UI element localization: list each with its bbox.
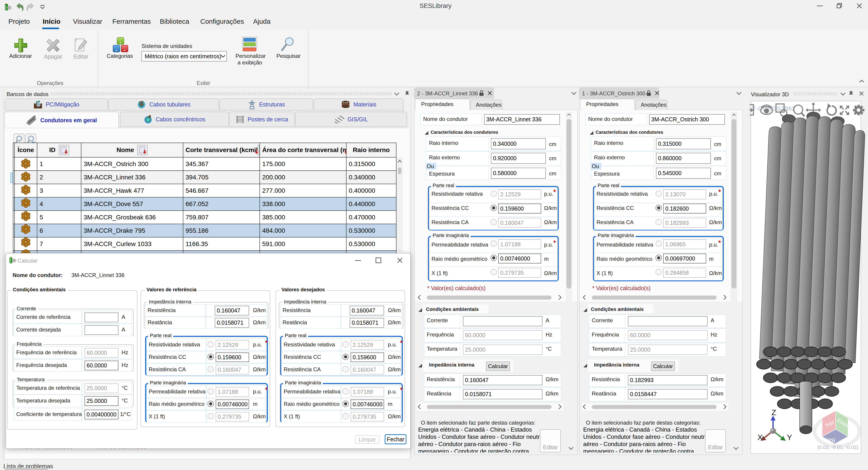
svg-text:Y: Y: [787, 433, 792, 441]
svg-text:Base: Base: [823, 437, 835, 444]
svg-text:X: X: [757, 433, 763, 441]
svg-text:Z: Z: [772, 408, 776, 417]
